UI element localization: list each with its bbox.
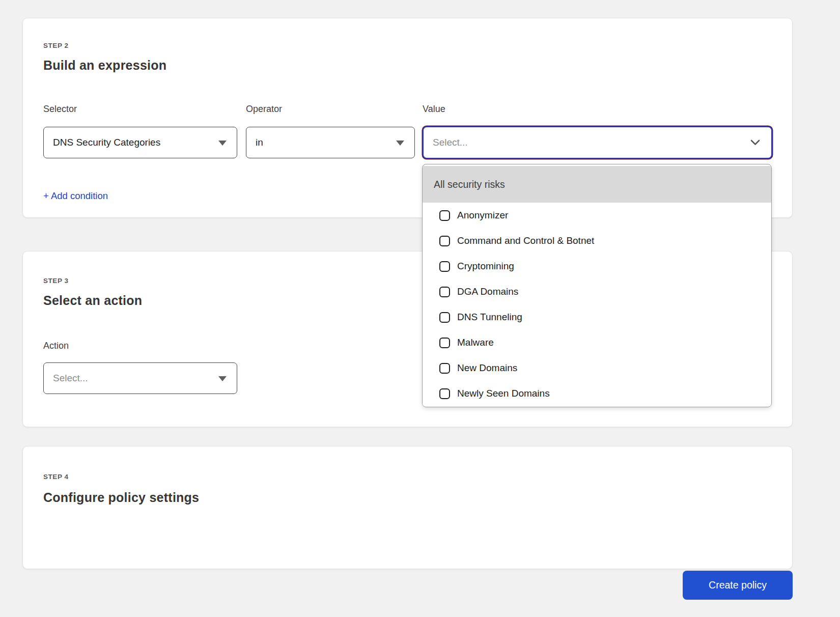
- dropdown-option[interactable]: Command and Control & Botnet: [423, 228, 771, 254]
- checkbox-unchecked-icon[interactable]: [439, 287, 450, 297]
- checkbox-unchecked-icon[interactable]: [439, 210, 450, 221]
- selector-dropdown-value: DNS Security Categories: [53, 137, 160, 148]
- value-dropdown-panel: All security risks Anonymizer Command an…: [422, 164, 772, 407]
- triangle-down-icon: [218, 141, 227, 146]
- triangle-down-icon: [218, 376, 227, 381]
- dropdown-option[interactable]: Cryptomining: [423, 254, 771, 279]
- action-field-label: Action: [43, 341, 69, 351]
- dropdown-option[interactable]: Newly Seen Domains: [423, 381, 771, 406]
- step4-label: STEP 4: [43, 473, 69, 481]
- dropdown-option-label: Cryptomining: [457, 261, 514, 272]
- chevron-down-icon: [750, 139, 760, 146]
- operator-dropdown[interactable]: in: [246, 127, 415, 158]
- dropdown-group-header: All security risks: [423, 166, 771, 203]
- operator-dropdown-value: in: [256, 137, 263, 148]
- selector-dropdown[interactable]: DNS Security Categories: [43, 127, 237, 158]
- step3-title: Select an action: [43, 293, 142, 308]
- dropdown-option[interactable]: Malware: [423, 330, 771, 355]
- value-multiselect-input[interactable]: Select...: [423, 126, 772, 159]
- checkbox-unchecked-icon[interactable]: [439, 388, 450, 399]
- dropdown-option-label: DNS Tunneling: [457, 312, 522, 323]
- dropdown-option-label: Command and Control & Botnet: [457, 235, 594, 246]
- dropdown-option[interactable]: DNS Tunneling: [423, 304, 771, 330]
- step2-label: STEP 2: [43, 42, 69, 49]
- value-field-label: Value: [423, 104, 445, 115]
- dropdown-option-label: Newly Seen Domains: [457, 388, 550, 399]
- step2-title: Build an expression: [43, 58, 166, 73]
- action-dropdown[interactable]: Select...: [43, 362, 237, 394]
- step4-card: STEP 4 Configure policy settings: [22, 446, 793, 569]
- dropdown-option-list: Anonymizer Command and Control & Botnet …: [423, 203, 771, 406]
- operator-field-label: Operator: [246, 104, 282, 115]
- create-policy-button[interactable]: Create policy: [683, 571, 793, 600]
- checkbox-unchecked-icon[interactable]: [439, 338, 450, 348]
- triangle-down-icon: [396, 141, 404, 146]
- dropdown-option-label: Anonymizer: [457, 210, 508, 221]
- dropdown-option-label: Malware: [457, 337, 494, 348]
- dropdown-option[interactable]: DGA Domains: [423, 279, 771, 304]
- checkbox-unchecked-icon[interactable]: [439, 363, 450, 374]
- value-placeholder: Select...: [433, 137, 468, 148]
- checkbox-unchecked-icon[interactable]: [439, 236, 450, 246]
- dropdown-option[interactable]: New Domains: [423, 355, 771, 381]
- dropdown-option[interactable]: Anonymizer: [423, 203, 771, 228]
- checkbox-unchecked-icon[interactable]: [439, 312, 450, 323]
- step3-label: STEP 3: [43, 277, 69, 285]
- action-dropdown-placeholder: Select...: [53, 373, 88, 384]
- step4-title: Configure policy settings: [43, 490, 199, 505]
- selector-field-label: Selector: [43, 104, 77, 115]
- checkbox-unchecked-icon[interactable]: [439, 261, 450, 272]
- dropdown-option-label: DGA Domains: [457, 286, 518, 297]
- add-condition-link[interactable]: + Add condition: [43, 190, 108, 202]
- dropdown-option-label: New Domains: [457, 362, 517, 374]
